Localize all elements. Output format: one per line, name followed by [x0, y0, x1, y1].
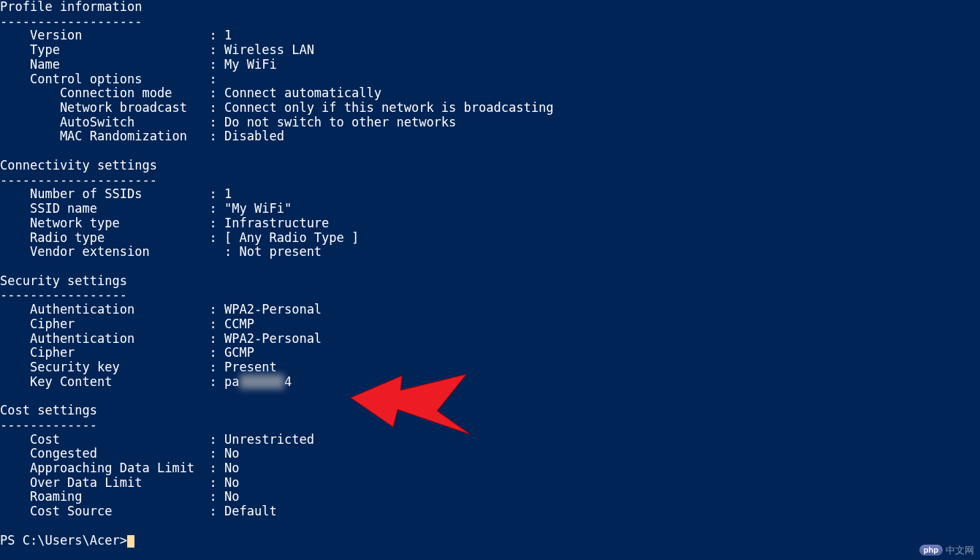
cursor [127, 535, 134, 548]
watermark-badge: php [919, 545, 943, 556]
terminal-output: Profile information ------------------- … [0, 0, 553, 548]
watermark: php 中文网 [919, 545, 974, 556]
watermark-text: 中文网 [946, 545, 974, 556]
